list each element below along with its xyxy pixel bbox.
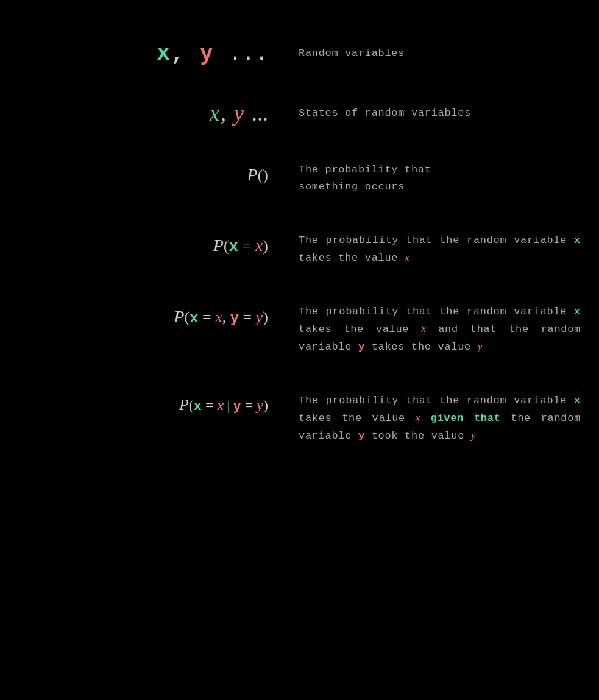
description-prob-p: The probability thatsomething occurs — [299, 161, 581, 196]
description-prob-px: The probability that the random variable… — [299, 232, 581, 267]
symbol-x-italic: x — [210, 101, 221, 126]
inline-italic-x-1: x — [405, 252, 409, 263]
formula-Pcond: P(x = x | y = y) — [179, 396, 268, 414]
formula-Px: P(x = x) — [213, 236, 268, 256]
symbol-prob-p: P() — [18, 161, 299, 185]
description-prob-conditional: The probability that the random variable… — [299, 392, 581, 445]
given-that-label: given that — [431, 412, 501, 424]
inline-italic-y-2: y — [478, 341, 483, 352]
inline-italic-y-3: y — [471, 430, 476, 441]
formula-Pxy: P(x = x, y = y) — [174, 307, 268, 327]
symbol-display-italic: x, y ... — [210, 101, 268, 126]
symbol-prob-px: P(x = x) — [18, 232, 299, 256]
inline-italic-x-2: x — [421, 323, 426, 334]
row-prob-p: P() The probability thatsomething occurs — [18, 143, 581, 214]
row-prob-px: P(x = x) The probability that the random… — [18, 214, 581, 285]
symbol-X: x — [157, 41, 171, 66]
row-prob-pxy: P(x = x, y = y) The probability that the… — [18, 285, 581, 374]
notation-table: x, y ... Random variables x, y ... State… — [0, 24, 599, 463]
symbol-states-vars: x, y ... — [18, 101, 299, 126]
inline-x-1: x — [574, 235, 581, 246]
symbol-prob-conditional: P(x = x | y = y) — [18, 392, 299, 414]
inline-italic-x-3: x — [416, 412, 420, 423]
row-states-vars: x, y ... States of random variables — [18, 83, 581, 143]
symbol-display: x, y ... — [157, 41, 268, 66]
symbol-random-vars: x, y ... — [18, 41, 299, 66]
symbol-prob-pxy: P(x = x, y = y) — [18, 303, 299, 327]
description-random-vars: Random variables — [299, 45, 581, 62]
inline-y-2: y — [358, 341, 365, 353]
desc-text-prob-p: The probability thatsomething occurs — [299, 164, 431, 193]
row-prob-conditional: P(x = x | y = y) The probability that th… — [18, 374, 581, 463]
formula-P: P() — [247, 165, 268, 185]
inline-x-2: x — [574, 306, 581, 317]
symbol-y-italic: y — [234, 101, 245, 126]
inline-x-3: x — [574, 395, 581, 406]
inline-y-3: y — [358, 430, 365, 442]
row-random-vars: x, y ... Random variables — [18, 24, 581, 83]
description-prob-pxy: The probability that the random variable… — [299, 303, 581, 356]
description-states-vars: States of random variables — [299, 105, 581, 122]
symbol-Y: y — [200, 41, 214, 66]
